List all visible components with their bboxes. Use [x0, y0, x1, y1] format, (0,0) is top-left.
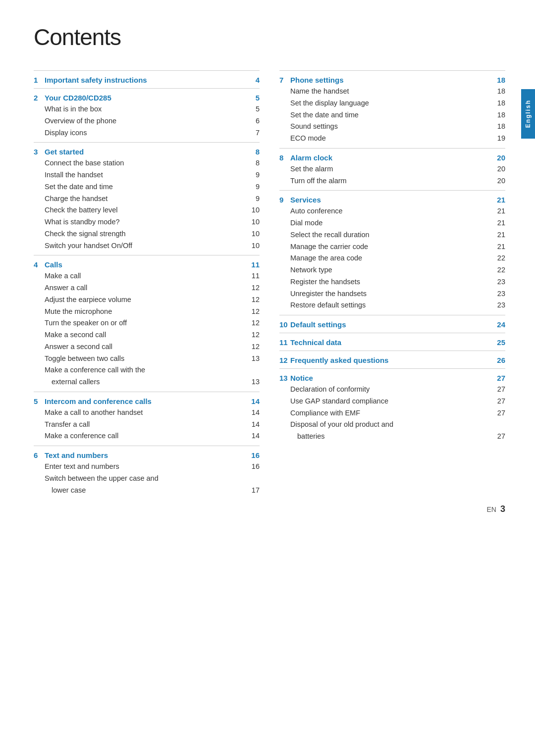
- toc-item-page: 12: [247, 343, 260, 351]
- toc-item-text: batteries: [297, 431, 493, 442]
- toc-item: Mute the microphone12: [34, 306, 260, 317]
- section-number: 4: [34, 260, 45, 269]
- section-page: 14: [247, 397, 260, 405]
- toc-item-page: 16: [247, 462, 260, 470]
- toc-section: 6 Text and numbers16Enter text and numbe…: [34, 446, 260, 496]
- section-number: 11: [279, 338, 290, 347]
- toc-item-text: Make a conference call with the: [45, 365, 247, 376]
- toc-item-text: lower case: [52, 485, 247, 496]
- section-title: Get started: [45, 148, 247, 156]
- toc-item-text: Switch between the upper case and: [45, 473, 247, 484]
- toc-section: 12 Frequently asked questions26: [279, 351, 505, 364]
- toc-section: 8 Alarm clock20Set the alarm20Turn off t…: [279, 148, 505, 187]
- toc-item-page: 20: [493, 177, 505, 185]
- toc-item: Display icons7: [34, 128, 260, 139]
- toc-item: What is standby mode?10: [34, 217, 260, 228]
- toc-item-page: 9: [247, 183, 260, 191]
- toc-item-text: Adjust the earpiece volume: [45, 295, 247, 305]
- toc-item: Set the alarm20: [279, 164, 505, 175]
- section-header: 3 Get started8: [34, 148, 260, 156]
- section-header: 1 Important safety instructions4: [34, 76, 260, 84]
- toc-item-page: 23: [493, 290, 505, 298]
- toc-section: 13 Notice27Declaration of conformity27Us…: [279, 368, 505, 442]
- toc-item-page: 27: [493, 397, 505, 405]
- toc-item-text: Transfer a call: [45, 419, 247, 430]
- toc-item-page: 10: [247, 242, 260, 250]
- toc-item-page: 22: [493, 266, 505, 274]
- toc-item-text: Turn the speaker on or off: [45, 318, 247, 329]
- toc-item-text: Toggle between two calls: [45, 353, 247, 364]
- toc-item: Turn the speaker on or off12: [34, 318, 260, 329]
- toc-item-text: Network type: [290, 265, 493, 276]
- section-header: 10 Default settings24: [279, 320, 505, 329]
- toc-item-text: What is in the box: [45, 104, 247, 115]
- toc-item-page: 17: [247, 486, 260, 494]
- toc-item-text: Make a second call: [45, 330, 247, 341]
- toc-item: Set the date and time18: [279, 110, 505, 121]
- toc-item-text: Manage the carrier code: [290, 242, 493, 252]
- toc-item-text: Dial mode: [290, 218, 493, 229]
- toc-item-text: Restore default settings: [290, 300, 493, 311]
- toc-item-text: Mute the microphone: [45, 306, 247, 317]
- toc-item: Switch between the upper case and: [34, 473, 260, 484]
- toc-item: lower case17: [34, 485, 260, 496]
- toc-item-page: 18: [493, 87, 505, 95]
- toc-item: Make a conference call with the: [34, 365, 260, 376]
- toc-item: Name the handset18: [279, 86, 505, 97]
- toc-item-text: Make a conference call: [45, 431, 247, 442]
- toc-item-text: Select the recall duration: [290, 230, 493, 241]
- toc-item: Select the recall duration21: [279, 230, 505, 241]
- toc-item-text: Use GAP standard compliance: [290, 396, 493, 407]
- toc-item: Set the date and time9: [34, 182, 260, 193]
- section-number: 10: [279, 320, 290, 329]
- section-number: 12: [279, 356, 290, 364]
- english-side-tab: English: [521, 89, 535, 139]
- page-footer: EN 3: [487, 504, 505, 514]
- toc-item-page: 8: [247, 159, 260, 167]
- toc-item: Connect the base station8: [34, 158, 260, 169]
- toc-item-text: Sound settings: [290, 121, 493, 132]
- section-page: 20: [493, 153, 505, 162]
- toc-item: Manage the carrier code21: [279, 242, 505, 252]
- toc-item-page: 18: [493, 111, 505, 119]
- toc-item: Make a second call12: [34, 330, 260, 341]
- toc-item-text: Enter text and numbers: [45, 461, 247, 472]
- toc-item: Disposal of your old product and: [279, 419, 505, 430]
- toc-item: Manage the area code22: [279, 253, 505, 264]
- toc-item: Turn off the alarm20: [279, 176, 505, 187]
- toc-left-column: 1 Important safety instructions42 Your C…: [34, 70, 260, 500]
- section-page: 5: [247, 94, 260, 102]
- toc-item-text: Set the date and time: [290, 110, 493, 121]
- toc-item-page: 18: [493, 122, 505, 130]
- toc-item-text: Turn off the alarm: [290, 176, 493, 187]
- toc-section: 1 Important safety instructions4: [34, 70, 260, 84]
- toc-item-text: Set the date and time: [45, 182, 247, 193]
- toc-item-page: 27: [493, 385, 505, 393]
- toc-item-text: Disposal of your old product and: [290, 419, 493, 430]
- toc-item-page: 9: [247, 171, 260, 179]
- toc-section: 2 Your CD280/CD2855What is in the box5Ov…: [34, 88, 260, 138]
- toc-item: Declaration of conformity27: [279, 384, 505, 395]
- toc-section: 11 Technical data25: [279, 333, 505, 347]
- section-header: 12 Frequently asked questions26: [279, 356, 505, 364]
- toc-item-text: Make a call to another handset: [45, 407, 247, 418]
- toc-item-page: 21: [493, 219, 505, 227]
- section-page: 21: [493, 196, 505, 204]
- toc-item-page: 13: [247, 378, 260, 386]
- toc-section: 5 Intercom and conference calls14Make a …: [34, 392, 260, 442]
- toc-item-page: 9: [247, 195, 260, 202]
- toc-item-text: Declaration of conformity: [290, 384, 493, 395]
- toc-item: Make a conference call14: [34, 431, 260, 442]
- toc-item: Unregister the handsets23: [279, 289, 505, 300]
- toc-item-page: 19: [493, 134, 505, 142]
- toc-item-page: 10: [247, 206, 260, 214]
- section-header: 8 Alarm clock20: [279, 153, 505, 162]
- toc-item-page: 21: [493, 207, 505, 215]
- toc-item: Use GAP standard compliance27: [279, 396, 505, 407]
- toc-item: external callers13: [34, 377, 260, 388]
- toc-item-text: Unregister the handsets: [290, 289, 493, 300]
- toc-item: Transfer a call14: [34, 419, 260, 430]
- toc-item: Set the display language18: [279, 98, 505, 109]
- toc-item-page: 12: [247, 307, 260, 315]
- toc-item-text: Compliance with EMF: [290, 408, 493, 419]
